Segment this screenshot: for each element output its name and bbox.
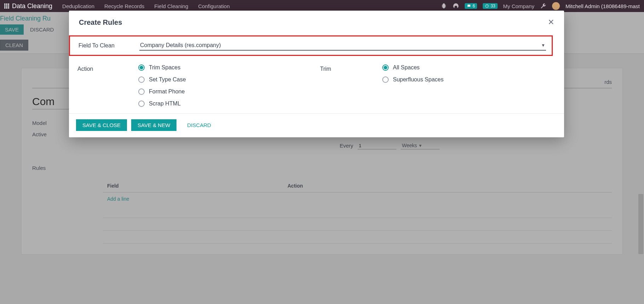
radio-icon — [138, 76, 145, 83]
svg-rect-6 — [4, 7, 6, 9]
modal-discard-button[interactable]: DISCARD — [181, 119, 217, 131]
svg-rect-1 — [6, 4, 7, 5]
trim-radio-group: All Spaces Superfluous Spaces — [382, 64, 443, 107]
radio-superfluous-spaces[interactable]: Superfluous Spaces — [382, 76, 443, 83]
chat-icon — [467, 4, 471, 8]
svg-rect-0 — [4, 4, 6, 5]
avatar[interactable] — [552, 2, 560, 10]
field-to-clean-row: Field To Clean Company Details (res.comp… — [69, 35, 553, 56]
app-title[interactable]: Data Cleaning — [12, 2, 52, 10]
radio-label: Scrap HTML — [149, 101, 181, 107]
clock-icon — [485, 4, 489, 8]
label-action: Action — [69, 64, 138, 107]
nav-deduplication[interactable]: Deduplication — [62, 3, 94, 9]
radio-scrap-html[interactable]: Scrap HTML — [138, 101, 186, 107]
activities-count: 33 — [491, 4, 495, 8]
messages-badge[interactable]: 6 — [465, 3, 477, 9]
radio-label: Set Type Case — [149, 76, 186, 83]
svg-rect-2 — [8, 4, 10, 5]
wrench-icon[interactable] — [540, 3, 546, 9]
radio-all-spaces[interactable]: All Spaces — [382, 64, 443, 71]
user-menu[interactable]: Mitchell Admin (18086489-mast — [565, 3, 640, 9]
label-field-to-clean: Field To Clean — [70, 42, 139, 49]
messages-count: 6 — [472, 4, 475, 8]
radio-set-type-case[interactable]: Set Type Case — [138, 76, 186, 83]
radio-icon — [382, 76, 389, 83]
field-to-clean-select[interactable]: Company Details (res.company) ▼ — [139, 41, 546, 51]
field-to-clean-value: Company Details (res.company) — [140, 42, 221, 48]
radio-label: Format Phone — [149, 88, 185, 95]
radio-icon — [382, 64, 389, 71]
save-and-new-button[interactable]: SAVE & NEW — [131, 119, 176, 131]
radio-icon — [138, 64, 145, 71]
svg-rect-8 — [8, 7, 10, 9]
svg-rect-4 — [6, 5, 7, 7]
nav-field-cleaning[interactable]: Field Cleaning — [154, 3, 188, 9]
action-radio-group: Trim Spaces Set Type Case Format Phone S… — [138, 64, 186, 107]
svg-rect-7 — [6, 7, 7, 9]
radio-format-phone[interactable]: Format Phone — [138, 88, 186, 95]
chevron-down-icon: ▼ — [541, 43, 545, 48]
svg-rect-3 — [4, 5, 6, 7]
bug-icon[interactable] — [441, 3, 447, 9]
radio-label: Superfluous Spaces — [393, 76, 443, 83]
svg-rect-5 — [8, 5, 10, 7]
label-trim: Trim — [312, 64, 382, 107]
radio-icon — [138, 101, 145, 107]
activities-badge[interactable]: 33 — [483, 3, 497, 9]
radio-icon — [138, 88, 145, 95]
nav-configuration[interactable]: Configuration — [198, 3, 230, 9]
radio-trim-spaces[interactable]: Trim Spaces — [138, 64, 186, 71]
radio-label: All Spaces — [393, 64, 420, 71]
nav-recycle[interactable]: Recycle Records — [104, 3, 144, 9]
apps-icon[interactable] — [4, 4, 9, 8]
close-icon[interactable]: ✕ — [548, 18, 554, 27]
support-icon[interactable] — [453, 3, 459, 9]
company-selector[interactable]: My Company — [503, 3, 534, 9]
radio-label: Trim Spaces — [149, 64, 180, 71]
modal-title: Create Rules — [79, 18, 122, 27]
create-rules-modal: Create Rules ✕ Field To Clean Company De… — [69, 11, 564, 137]
save-and-close-button[interactable]: SAVE & CLOSE — [76, 119, 127, 131]
top-nav: Data Cleaning Deduplication Recycle Reco… — [0, 0, 644, 12]
